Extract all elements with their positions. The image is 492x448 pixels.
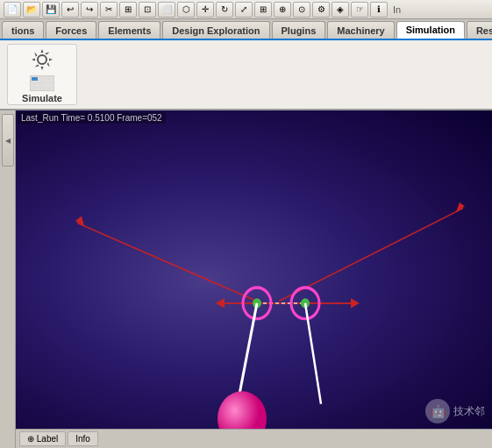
main-area: ◀ Last_Run Time= 0.5100 Frame=052 xyxy=(0,110,492,448)
toolbar-btn-scale[interactable]: ⤢ xyxy=(235,2,253,18)
toolbar-btn-box[interactable]: ⬜ xyxy=(158,2,175,18)
tab-results[interactable]: Results xyxy=(467,21,492,39)
bottom-tab-info[interactable]: Info xyxy=(68,431,98,446)
toolbar-btn-rotate[interactable]: ↻ xyxy=(216,2,233,18)
tabbar: tions Forces Elements Design Exploration… xyxy=(0,19,492,40)
simulate-label: Simulate xyxy=(22,93,62,103)
ribbon-group-simulate: Simulate xyxy=(7,44,77,105)
simulate-button[interactable] xyxy=(28,46,56,91)
svg-marker-4 xyxy=(456,203,465,212)
tab-elements[interactable]: Elements xyxy=(98,21,160,39)
toolbar-btn-boolean[interactable]: ⊕ xyxy=(274,2,291,18)
toolbar-btn-view[interactable]: ◈ xyxy=(332,2,349,18)
watermark-text: 技术邻 xyxy=(453,404,485,419)
viewport-status: Last_Run Time= 0.5100 Frame=052 xyxy=(18,112,166,124)
simulate-icon xyxy=(28,46,56,74)
tab-design-exploration[interactable]: Design Exploration xyxy=(162,21,269,39)
toolbar-btn-undo[interactable]: ↩ xyxy=(61,2,79,18)
viewport[interactable]: Last_Run Time= 0.5100 Frame=052 xyxy=(16,110,492,448)
toolbar-btn-info[interactable]: ℹ xyxy=(370,2,388,18)
toolbar-btn-redo[interactable]: ↪ xyxy=(81,2,98,18)
toolbar-btn-group[interactable]: ⊞ xyxy=(254,2,272,18)
simulation-canvas xyxy=(16,110,492,448)
svg-line-1 xyxy=(77,223,257,301)
tab-plugins[interactable]: Plugins xyxy=(272,21,326,39)
toolbar-btn-sphere[interactable]: ⬡ xyxy=(177,2,195,18)
tab-simulation[interactable]: Simulation xyxy=(396,21,465,39)
toolbar-btn-settings[interactable]: ⚙ xyxy=(312,2,330,18)
toolbar-btn-copy[interactable]: ⊞ xyxy=(119,2,137,18)
simulate-table-icon xyxy=(30,75,54,91)
toolbar: 📄 📂 💾 ↩ ↪ ✂ ⊞ ⊡ ⬜ ⬡ ✛ ↻ ⤢ ⊞ ⊕ ⊙ ⚙ ◈ ☞ ℹ … xyxy=(0,0,492,19)
svg-marker-7 xyxy=(351,298,360,308)
tab-machinery[interactable]: Machinery xyxy=(327,21,394,39)
tab-tions[interactable]: tions xyxy=(2,21,44,39)
ribbon: Simulate xyxy=(0,40,492,110)
toolbar-btn-cut[interactable]: ✂ xyxy=(100,2,118,18)
toolbar-btn-paste[interactable]: ⊡ xyxy=(139,2,156,18)
sidebar-collapse-btn[interactable]: ◀ xyxy=(2,114,14,167)
toolbar-btn-new[interactable]: 📄 xyxy=(4,2,21,18)
toolbar-btn-move[interactable]: ✛ xyxy=(196,2,214,18)
toolbar-btn-snap[interactable]: ⊙ xyxy=(293,2,310,18)
svg-line-14 xyxy=(305,303,321,404)
viewport-background: Last_Run Time= 0.5100 Frame=052 xyxy=(16,110,492,448)
left-sidebar: ◀ xyxy=(0,110,16,448)
toolbar-btn-open[interactable]: 📂 xyxy=(23,2,40,18)
svg-point-0 xyxy=(38,55,46,64)
bottom-tabs: ⊕ Label Info xyxy=(16,429,492,448)
toolbar-btn-save[interactable]: 💾 xyxy=(42,2,60,18)
tab-forces[interactable]: Forces xyxy=(46,21,96,39)
watermark-icon: 🤖 xyxy=(425,399,450,423)
bottom-tab-label[interactable]: ⊕ Label xyxy=(19,431,66,446)
svg-marker-6 xyxy=(216,298,225,308)
toolbar-overflow-label: In xyxy=(393,4,401,15)
toolbar-btn-hand[interactable]: ☞ xyxy=(351,2,368,18)
watermark: 🤖 技术邻 xyxy=(425,399,485,423)
